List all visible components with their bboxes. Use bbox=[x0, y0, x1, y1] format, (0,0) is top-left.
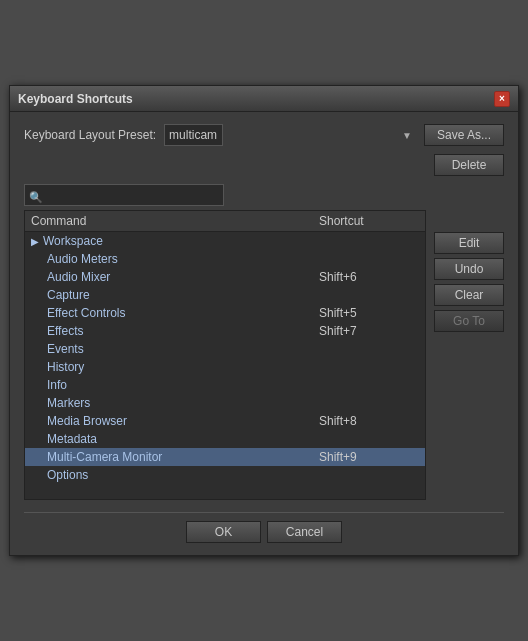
clear-button[interactable]: Clear bbox=[434, 284, 504, 306]
shortcut-cell bbox=[319, 288, 419, 302]
shortcut-cell bbox=[319, 468, 419, 482]
shortcut-cell bbox=[319, 396, 419, 410]
ok-button[interactable]: OK bbox=[186, 521, 261, 543]
command-cell: Audio Mixer bbox=[31, 270, 319, 284]
command-cell: Metadata bbox=[31, 432, 319, 446]
shortcut-cell bbox=[319, 234, 419, 248]
table-row[interactable]: Audio MixerShift+6 bbox=[25, 268, 425, 286]
search-input[interactable] bbox=[24, 184, 224, 206]
shortcut-cell: Shift+6 bbox=[319, 270, 419, 284]
table-row[interactable]: Metadata bbox=[25, 430, 425, 448]
table-body[interactable]: ▶WorkspaceAudio MetersAudio MixerShift+6… bbox=[25, 232, 425, 487]
close-button[interactable]: × bbox=[494, 91, 510, 107]
table-row[interactable]: Events bbox=[25, 340, 425, 358]
goto-button: Go To bbox=[434, 310, 504, 332]
cancel-button[interactable]: Cancel bbox=[267, 521, 342, 543]
table-row[interactable]: Multi-Camera MonitorShift+9 bbox=[25, 448, 425, 466]
command-cell: Markers bbox=[31, 396, 319, 410]
command-cell: Audio Meters bbox=[31, 252, 319, 266]
command-cell: Capture bbox=[31, 288, 319, 302]
shortcut-cell: Shift+7 bbox=[319, 324, 419, 338]
search-icon: 🔍 bbox=[29, 191, 43, 204]
shortcut-cell bbox=[319, 432, 419, 446]
shortcut-cell bbox=[319, 252, 419, 266]
preset-dropdown[interactable]: multicam bbox=[164, 124, 223, 146]
command-cell: ▶Workspace bbox=[31, 234, 319, 248]
shortcuts-table: Command Shortcut ▶WorkspaceAudio MetersA… bbox=[24, 210, 426, 500]
bottom-buttons: OK Cancel bbox=[24, 512, 504, 543]
table-row[interactable]: Program MonitorShift+4 bbox=[25, 484, 425, 487]
preset-select-wrapper: multicam bbox=[164, 124, 416, 146]
expand-arrow-icon: ▶ bbox=[31, 236, 39, 247]
command-cell: Effects bbox=[31, 324, 319, 338]
preset-row: Keyboard Layout Preset: multicam Save As… bbox=[24, 124, 504, 146]
shortcut-cell: Shift+8 bbox=[319, 414, 419, 428]
command-cell: History bbox=[31, 360, 319, 374]
table-row[interactable]: History bbox=[25, 358, 425, 376]
undo-button[interactable]: Undo bbox=[434, 258, 504, 280]
table-header: Command Shortcut bbox=[25, 211, 425, 232]
dialog-title: Keyboard Shortcuts bbox=[18, 92, 133, 106]
command-cell: Events bbox=[31, 342, 319, 356]
shortcut-cell bbox=[319, 360, 419, 374]
table-area: Command Shortcut ▶WorkspaceAudio MetersA… bbox=[24, 210, 504, 500]
table-row[interactable]: Media BrowserShift+8 bbox=[25, 412, 425, 430]
shortcut-cell bbox=[319, 342, 419, 356]
table-row[interactable]: ▶Workspace bbox=[25, 232, 425, 250]
search-wrapper: 🔍 bbox=[24, 184, 224, 210]
preset-label: Keyboard Layout Preset: bbox=[24, 128, 156, 142]
shortcut-cell bbox=[319, 378, 419, 392]
col-shortcut-header: Shortcut bbox=[319, 214, 419, 228]
shortcut-cell: Shift+4 bbox=[319, 486, 419, 487]
edit-button[interactable]: Edit bbox=[434, 232, 504, 254]
command-cell: Multi-Camera Monitor bbox=[31, 450, 319, 464]
command-cell: Effect Controls bbox=[31, 306, 319, 320]
table-row[interactable]: Options bbox=[25, 466, 425, 484]
table-row[interactable]: Markers bbox=[25, 394, 425, 412]
shortcut-cell: Shift+5 bbox=[319, 306, 419, 320]
save-as-button[interactable]: Save As... bbox=[424, 124, 504, 146]
shortcut-cell: Shift+9 bbox=[319, 450, 419, 464]
table-row[interactable]: Info bbox=[25, 376, 425, 394]
title-bar: Keyboard Shortcuts × bbox=[10, 86, 518, 112]
command-cell: Options bbox=[31, 468, 319, 482]
col-command-header: Command bbox=[31, 214, 319, 228]
command-cell: Info bbox=[31, 378, 319, 392]
table-row[interactable]: EffectsShift+7 bbox=[25, 322, 425, 340]
table-row[interactable]: Effect ControlsShift+5 bbox=[25, 304, 425, 322]
table-row[interactable]: Audio Meters bbox=[25, 250, 425, 268]
keyboard-shortcuts-dialog: Keyboard Shortcuts × Keyboard Layout Pre… bbox=[9, 85, 519, 556]
dialog-body: Keyboard Layout Preset: multicam Save As… bbox=[10, 112, 518, 555]
command-cell: Program Monitor bbox=[31, 486, 319, 487]
table-row[interactable]: Capture bbox=[25, 286, 425, 304]
delete-row: Delete bbox=[24, 154, 504, 176]
command-cell: Media Browser bbox=[31, 414, 319, 428]
delete-button[interactable]: Delete bbox=[434, 154, 504, 176]
action-buttons: Edit Undo Clear Go To bbox=[434, 210, 504, 500]
